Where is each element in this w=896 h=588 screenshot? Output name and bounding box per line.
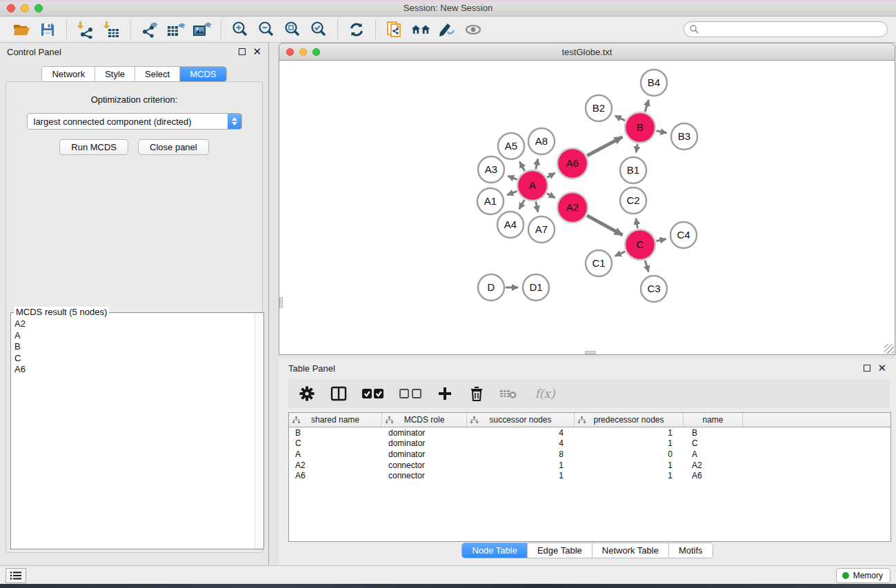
node-A5[interactable]: A5	[498, 133, 524, 159]
float-table-panel-icon[interactable]	[864, 365, 870, 372]
deselect-all-rows-icon[interactable]	[399, 385, 422, 403]
delete-columns-icon[interactable]	[468, 385, 486, 403]
node-A6[interactable]: A6	[557, 148, 588, 179]
network-horizontal-scrollbar[interactable]	[585, 351, 596, 354]
node-A1[interactable]: A1	[477, 188, 504, 214]
node-A4[interactable]: A4	[497, 212, 524, 238]
edge-A-A4[interactable]	[519, 200, 525, 209]
import-network-icon[interactable]	[75, 19, 96, 40]
show-all-icon[interactable]	[463, 19, 484, 40]
table-settings-icon[interactable]	[298, 385, 316, 403]
tab-select[interactable]: Select	[135, 67, 180, 81]
hide-selected-icon[interactable]	[437, 19, 457, 40]
node-B4[interactable]: B4	[641, 70, 667, 96]
edge-C-C3[interactable]	[645, 261, 648, 272]
tab-node-table[interactable]: Node Table	[462, 543, 528, 558]
column-header-MCDS-role[interactable]: MCDS role	[382, 413, 467, 427]
column-header-name[interactable]: name	[684, 413, 743, 427]
result-scrollbar[interactable]	[255, 313, 263, 549]
tab-motifs[interactable]: Motifs	[669, 543, 713, 558]
network-vertical-scrollbar[interactable]	[279, 297, 283, 308]
tab-style[interactable]: Style	[95, 67, 135, 81]
search-field[interactable]	[684, 21, 888, 37]
network-minimize-button[interactable]	[299, 48, 307, 56]
table-cell[interactable]: 0	[575, 449, 684, 459]
minimize-window-button[interactable]	[21, 4, 29, 12]
node-A7[interactable]: A7	[528, 216, 555, 243]
tab-mcds[interactable]: MCDS	[180, 67, 226, 81]
table-cell[interactable]: B	[684, 428, 743, 438]
table-row[interactable]: Bdominator41B	[289, 427, 890, 438]
table-cell[interactable]: 8	[467, 449, 575, 459]
tab-network-table[interactable]: Network Table	[593, 543, 669, 558]
edge-A-A1[interactable]	[507, 191, 517, 194]
select-all-rows-icon[interactable]	[361, 385, 385, 403]
add-column-icon[interactable]	[436, 385, 454, 403]
memory-button[interactable]: Memory	[836, 568, 890, 583]
run-mcds-button[interactable]: Run MCDS	[59, 139, 128, 155]
table-cell[interactable]: 4	[467, 438, 575, 448]
table-cell[interactable]: 4	[467, 428, 575, 438]
clone-network-icon[interactable]	[384, 19, 405, 40]
table-cell[interactable]: C	[684, 438, 743, 448]
task-history-button[interactable]	[6, 568, 26, 583]
node-A8[interactable]: A8	[528, 128, 555, 154]
table-cell[interactable]: A6	[289, 471, 382, 480]
edge-A-A6[interactable]	[547, 173, 555, 177]
table-cell[interactable]: 1	[575, 438, 684, 448]
table-row[interactable]: Cdominator41C	[289, 438, 890, 449]
edge-C-C1[interactable]	[615, 252, 625, 256]
mcds-result-item[interactable]: A2	[14, 318, 251, 330]
network-zoom-button[interactable]	[312, 48, 320, 56]
zoom-out-icon[interactable]	[256, 19, 277, 40]
table-cell[interactable]: 1	[575, 460, 684, 470]
node-A[interactable]: A	[517, 170, 548, 201]
table-row[interactable]: A2connector11A2	[289, 460, 890, 471]
tab-edge-table[interactable]: Edge Table	[528, 543, 593, 558]
node-C2[interactable]: C2	[620, 187, 646, 214]
edge-A2-C[interactable]	[587, 216, 623, 235]
close-window-button[interactable]	[7, 4, 15, 12]
table-cell[interactable]: 1	[467, 471, 575, 480]
close-table-panel-icon[interactable]: ✕	[877, 365, 886, 372]
function-builder-icon[interactable]: f(x)	[531, 385, 559, 403]
edge-B-B3[interactable]	[657, 131, 667, 133]
node-C4[interactable]: C4	[670, 222, 697, 248]
edge-A-A2[interactable]	[547, 194, 555, 198]
network-canvas[interactable]: B4B2BB3A8A5A6A3B1AA1C2A2A4A7C4CC1C3DD1	[279, 61, 895, 355]
node-B2[interactable]: B2	[586, 95, 612, 121]
edge-B-B4[interactable]	[645, 100, 648, 112]
column-header-shared-name[interactable]: shared name	[289, 413, 382, 427]
resize-grip[interactable]	[884, 344, 894, 354]
mcds-result-item[interactable]: A	[14, 330, 251, 342]
table-cell[interactable]: 1	[575, 428, 684, 438]
search-input[interactable]	[702, 25, 882, 34]
mcds-result-item[interactable]: B	[14, 341, 251, 353]
table-cell[interactable]: A	[684, 449, 743, 459]
node-C1[interactable]: C1	[586, 250, 612, 276]
node-B[interactable]: B	[625, 112, 655, 143]
table-cell[interactable]: 1	[467, 460, 575, 470]
zoom-in-icon[interactable]	[230, 19, 250, 40]
refresh-view-icon[interactable]	[346, 19, 367, 40]
node-D1[interactable]: D1	[523, 274, 549, 301]
network-window-titlebar[interactable]: testGlobe.txt	[279, 43, 895, 61]
network-close-button[interactable]	[286, 48, 294, 56]
node-C3[interactable]: C3	[641, 276, 667, 302]
save-session-icon[interactable]	[37, 19, 58, 40]
edge-C-C4[interactable]	[656, 239, 666, 241]
table-cell[interactable]: dominator	[382, 438, 467, 448]
node-B3[interactable]: B3	[671, 123, 697, 150]
optimization-criterion-dropdown[interactable]: largest connected component (directed)	[27, 113, 242, 130]
mcds-result-item[interactable]: C	[14, 353, 251, 365]
zoom-window-button[interactable]	[34, 4, 43, 12]
edge-B-B2[interactable]	[615, 116, 626, 121]
edge-A-A3[interactable]	[508, 176, 517, 179]
close-panel-icon[interactable]: ✕	[252, 48, 261, 55]
first-neighbors-icon[interactable]	[410, 19, 431, 40]
export-image-icon[interactable]	[192, 19, 212, 40]
table-cell[interactable]: A2	[684, 460, 743, 470]
table-cell[interactable]: A2	[289, 460, 382, 470]
node-B1[interactable]: B1	[620, 157, 646, 183]
table-cell[interactable]: A	[289, 449, 382, 459]
